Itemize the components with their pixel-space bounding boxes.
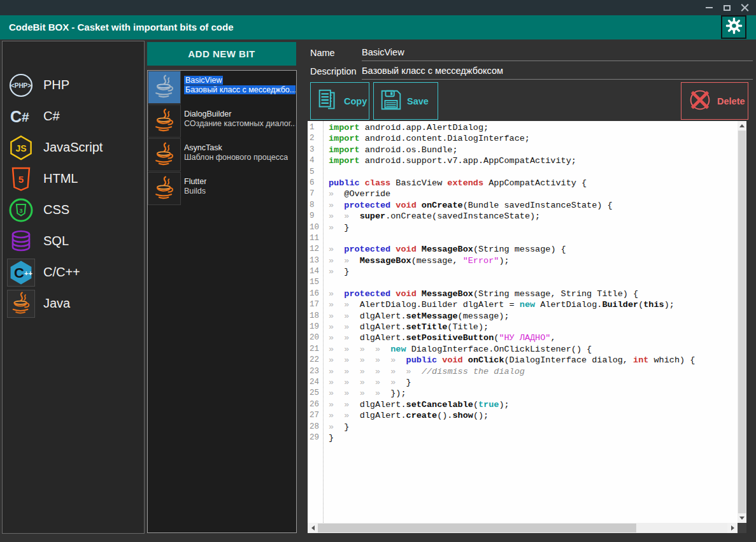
delete-button[interactable]: Delete	[681, 82, 748, 120]
svg-text:JS: JS	[15, 143, 26, 153]
vertical-scroll-thumb[interactable]	[738, 131, 746, 513]
copy-icon	[311, 87, 341, 116]
sidebar-item-javascript[interactable]: JS JavaScript	[3, 132, 144, 163]
line-number: 20	[308, 332, 323, 343]
csharp-icon: C#	[8, 103, 34, 130]
code-line: 20 » » dlgAlert.setPositiveButton("НУ ЛА…	[308, 332, 738, 343]
bit-description: Шаблон фонового процесса	[184, 153, 288, 162]
line-number: 6	[308, 178, 323, 189]
line-number: 12	[308, 244, 323, 255]
sidebar-item-label: JavaScript	[43, 140, 103, 155]
line-number: 27	[308, 410, 323, 421]
app-window: CodeBit BOX - Casket with important bits…	[0, 0, 756, 542]
code-line: 8 » protected void onCreate(Bundle saved…	[308, 200, 738, 211]
svg-text:<PHP>: <PHP>	[11, 82, 31, 89]
horizontal-scrollbar[interactable]	[308, 523, 738, 533]
svg-text:C: C	[14, 265, 24, 281]
horizontal-scroll-thumb[interactable]	[318, 524, 636, 532]
java-cup-icon	[148, 71, 180, 103]
add-new-bit-button[interactable]: ADD NEW BIT	[147, 42, 296, 66]
sidebar-item-java[interactable]: Java	[3, 288, 144, 319]
name-label: Name	[310, 48, 335, 58]
line-number: 13	[308, 255, 323, 266]
bit-item[interactable]: BasicView Базовый класс с месседжбо...	[148, 71, 296, 104]
settings-button[interactable]	[721, 15, 746, 39]
line-number: 2	[308, 133, 323, 144]
code-editor[interactable]: 1 import android.app.AlertDialog; 2 impo…	[308, 121, 746, 523]
line-number: 22	[308, 355, 323, 366]
sidebar-item-css[interactable]: 3 CSS	[3, 194, 144, 225]
line-number: 14	[308, 266, 323, 277]
description-field[interactable]: Базовый класс с месседжбоксом	[362, 62, 753, 80]
sidebar-item-csharp[interactable]: C# C#	[3, 101, 144, 132]
minimize-button[interactable]	[700, 0, 718, 15]
app-header: CodeBit BOX - Casket with important bits…	[0, 15, 756, 39]
line-number: 25	[308, 388, 323, 399]
bit-description: Базовый класс с месседжбо...	[184, 85, 296, 94]
code-line: 1 import android.app.AlertDialog;	[308, 122, 738, 133]
svg-text:5: 5	[18, 174, 24, 185]
line-number: 17	[308, 299, 323, 310]
line-number: 3	[308, 145, 323, 155]
code-line: 25 » » » » });	[308, 388, 738, 399]
line-number: 10	[308, 222, 323, 233]
bit-item[interactable]: DialogBuilder СОздание кастомных диалог.…	[148, 105, 296, 138]
maximize-button[interactable]	[718, 0, 736, 15]
vertical-scrollbar[interactable]	[738, 121, 746, 523]
line-number: 23	[308, 366, 323, 377]
bit-title: DialogBuilder	[184, 110, 231, 118]
sidebar-item-cpp[interactable]: C++ C/C++	[3, 257, 144, 288]
bit-item[interactable]: Flutter Builds	[148, 173, 296, 206]
code-line: 28 » }	[308, 422, 738, 432]
javascript-icon: JS	[8, 134, 34, 161]
php-icon: <PHP>	[8, 72, 34, 99]
code-line: 17 » » AlertDialog.Builder dlgAlert = ne…	[308, 299, 738, 310]
bit-text: Flutter Builds	[184, 173, 206, 206]
sidebar-item-label: HTML	[43, 171, 78, 186]
scroll-down-arrow-icon[interactable]	[738, 513, 746, 523]
line-number: 7	[308, 189, 323, 199]
scroll-right-arrow-icon[interactable]	[727, 523, 738, 533]
code-line: 6 public class BasicView extends AppComp…	[308, 178, 738, 189]
name-field[interactable]: BasicView	[362, 44, 753, 61]
minimize-icon	[706, 7, 713, 8]
line-number: 9	[308, 211, 323, 222]
language-sidebar: <PHP> PHP C# C# JS JavaScript 5 HTML 3 C…	[2, 41, 145, 534]
svg-text:++: ++	[24, 269, 32, 277]
line-number: 15	[308, 277, 323, 288]
save-label: Save	[407, 96, 429, 106]
sidebar-item-html[interactable]: 5 HTML	[3, 163, 144, 194]
code-line: 22 » » » » » public void onClick(DialogI…	[308, 355, 738, 366]
code-line: 27 » » dlgAlert.create().show();	[308, 410, 738, 421]
scroll-left-arrow-icon[interactable]	[308, 523, 318, 533]
bit-title: Flutter	[184, 177, 206, 186]
code-line: 26 » » dlgAlert.setCancelable(true);	[308, 399, 738, 410]
cpp-icon: C++	[8, 259, 34, 286]
name-row: Name BasicView	[310, 44, 753, 62]
line-number: 29	[308, 432, 323, 443]
code-line: 13 » » MessageBox(message, "Error");	[308, 255, 738, 266]
line-number: 8	[308, 200, 323, 211]
line-number: 11	[308, 233, 323, 244]
description-row: Description Базовый класс с месседжбоксо…	[310, 62, 753, 80]
svg-text:3: 3	[19, 207, 22, 213]
line-number: 1	[308, 122, 323, 133]
scroll-up-arrow-icon[interactable]	[738, 121, 746, 131]
bit-item[interactable]: AsyncTask Шаблон фонового процесса	[148, 139, 296, 172]
java-cup-icon	[148, 173, 180, 204]
code-line: 11	[308, 233, 738, 244]
titlebar	[0, 0, 756, 15]
copy-button[interactable]: Copy	[310, 82, 369, 120]
sidebar-item-sql[interactable]: SQL	[3, 225, 144, 257]
close-button[interactable]	[736, 0, 753, 15]
sidebar-item-php[interactable]: <PHP> PHP	[3, 69, 144, 101]
code-line: 9 » » super.onCreate(savedInstanceState)…	[308, 211, 738, 222]
copy-label: Copy	[344, 96, 367, 106]
code-line: 23 » » » » » » //dismiss the dialog	[308, 366, 738, 377]
bit-text: BasicView Базовый класс с месседжбо...	[184, 71, 296, 104]
html5-icon: 5	[8, 166, 34, 192]
save-button[interactable]: Save	[373, 82, 438, 120]
java-cup-icon	[148, 105, 180, 137]
maximize-icon	[724, 5, 731, 11]
java-cup-icon	[8, 290, 34, 317]
